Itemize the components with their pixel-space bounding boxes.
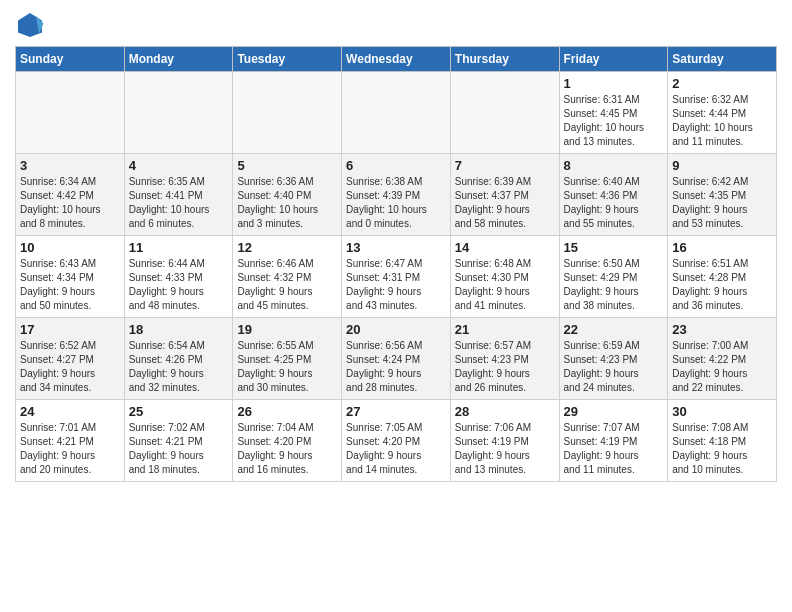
calendar-cell: 27Sunrise: 7:05 AM Sunset: 4:20 PM Dayli… bbox=[342, 400, 451, 482]
day-info: Sunrise: 7:05 AM Sunset: 4:20 PM Dayligh… bbox=[346, 421, 446, 477]
day-number: 4 bbox=[129, 158, 229, 173]
weekday-header-monday: Monday bbox=[124, 47, 233, 72]
weekday-header-tuesday: Tuesday bbox=[233, 47, 342, 72]
day-info: Sunrise: 7:04 AM Sunset: 4:20 PM Dayligh… bbox=[237, 421, 337, 477]
calendar-cell: 4Sunrise: 6:35 AM Sunset: 4:41 PM Daylig… bbox=[124, 154, 233, 236]
day-number: 19 bbox=[237, 322, 337, 337]
day-number: 3 bbox=[20, 158, 120, 173]
calendar-cell: 3Sunrise: 6:34 AM Sunset: 4:42 PM Daylig… bbox=[16, 154, 125, 236]
day-info: Sunrise: 7:08 AM Sunset: 4:18 PM Dayligh… bbox=[672, 421, 772, 477]
calendar-cell: 8Sunrise: 6:40 AM Sunset: 4:36 PM Daylig… bbox=[559, 154, 668, 236]
day-number: 17 bbox=[20, 322, 120, 337]
calendar-cell: 28Sunrise: 7:06 AM Sunset: 4:19 PM Dayli… bbox=[450, 400, 559, 482]
day-info: Sunrise: 7:06 AM Sunset: 4:19 PM Dayligh… bbox=[455, 421, 555, 477]
calendar-cell: 18Sunrise: 6:54 AM Sunset: 4:26 PM Dayli… bbox=[124, 318, 233, 400]
day-info: Sunrise: 6:39 AM Sunset: 4:37 PM Dayligh… bbox=[455, 175, 555, 231]
day-info: Sunrise: 6:32 AM Sunset: 4:44 PM Dayligh… bbox=[672, 93, 772, 149]
calendar-week-row: 3Sunrise: 6:34 AM Sunset: 4:42 PM Daylig… bbox=[16, 154, 777, 236]
weekday-header-saturday: Saturday bbox=[668, 47, 777, 72]
calendar-cell bbox=[124, 72, 233, 154]
calendar-cell bbox=[16, 72, 125, 154]
day-number: 16 bbox=[672, 240, 772, 255]
day-number: 15 bbox=[564, 240, 664, 255]
day-info: Sunrise: 6:56 AM Sunset: 4:24 PM Dayligh… bbox=[346, 339, 446, 395]
day-info: Sunrise: 6:50 AM Sunset: 4:29 PM Dayligh… bbox=[564, 257, 664, 313]
calendar-cell: 20Sunrise: 6:56 AM Sunset: 4:24 PM Dayli… bbox=[342, 318, 451, 400]
calendar-week-row: 10Sunrise: 6:43 AM Sunset: 4:34 PM Dayli… bbox=[16, 236, 777, 318]
calendar-table: SundayMondayTuesdayWednesdayThursdayFrid… bbox=[15, 46, 777, 482]
day-info: Sunrise: 7:02 AM Sunset: 4:21 PM Dayligh… bbox=[129, 421, 229, 477]
calendar-cell: 25Sunrise: 7:02 AM Sunset: 4:21 PM Dayli… bbox=[124, 400, 233, 482]
day-info: Sunrise: 6:35 AM Sunset: 4:41 PM Dayligh… bbox=[129, 175, 229, 231]
day-number: 21 bbox=[455, 322, 555, 337]
day-number: 14 bbox=[455, 240, 555, 255]
calendar-cell: 26Sunrise: 7:04 AM Sunset: 4:20 PM Dayli… bbox=[233, 400, 342, 482]
logo-icon bbox=[15, 10, 45, 40]
day-number: 11 bbox=[129, 240, 229, 255]
day-number: 12 bbox=[237, 240, 337, 255]
calendar-cell: 13Sunrise: 6:47 AM Sunset: 4:31 PM Dayli… bbox=[342, 236, 451, 318]
calendar-cell: 14Sunrise: 6:48 AM Sunset: 4:30 PM Dayli… bbox=[450, 236, 559, 318]
calendar-cell: 2Sunrise: 6:32 AM Sunset: 4:44 PM Daylig… bbox=[668, 72, 777, 154]
day-number: 13 bbox=[346, 240, 446, 255]
calendar-week-row: 17Sunrise: 6:52 AM Sunset: 4:27 PM Dayli… bbox=[16, 318, 777, 400]
calendar-cell: 30Sunrise: 7:08 AM Sunset: 4:18 PM Dayli… bbox=[668, 400, 777, 482]
day-number: 18 bbox=[129, 322, 229, 337]
calendar-cell: 5Sunrise: 6:36 AM Sunset: 4:40 PM Daylig… bbox=[233, 154, 342, 236]
day-info: Sunrise: 7:01 AM Sunset: 4:21 PM Dayligh… bbox=[20, 421, 120, 477]
weekday-header-thursday: Thursday bbox=[450, 47, 559, 72]
day-info: Sunrise: 6:57 AM Sunset: 4:23 PM Dayligh… bbox=[455, 339, 555, 395]
calendar-cell: 10Sunrise: 6:43 AM Sunset: 4:34 PM Dayli… bbox=[16, 236, 125, 318]
day-info: Sunrise: 6:46 AM Sunset: 4:32 PM Dayligh… bbox=[237, 257, 337, 313]
page-header bbox=[15, 10, 777, 40]
day-info: Sunrise: 6:42 AM Sunset: 4:35 PM Dayligh… bbox=[672, 175, 772, 231]
calendar-cell: 21Sunrise: 6:57 AM Sunset: 4:23 PM Dayli… bbox=[450, 318, 559, 400]
day-number: 28 bbox=[455, 404, 555, 419]
day-number: 10 bbox=[20, 240, 120, 255]
day-number: 7 bbox=[455, 158, 555, 173]
calendar-cell: 24Sunrise: 7:01 AM Sunset: 4:21 PM Dayli… bbox=[16, 400, 125, 482]
calendar-cell: 17Sunrise: 6:52 AM Sunset: 4:27 PM Dayli… bbox=[16, 318, 125, 400]
calendar-cell bbox=[233, 72, 342, 154]
logo bbox=[15, 10, 49, 40]
day-info: Sunrise: 6:31 AM Sunset: 4:45 PM Dayligh… bbox=[564, 93, 664, 149]
day-info: Sunrise: 6:40 AM Sunset: 4:36 PM Dayligh… bbox=[564, 175, 664, 231]
day-number: 6 bbox=[346, 158, 446, 173]
day-number: 29 bbox=[564, 404, 664, 419]
calendar-cell: 7Sunrise: 6:39 AM Sunset: 4:37 PM Daylig… bbox=[450, 154, 559, 236]
day-info: Sunrise: 6:43 AM Sunset: 4:34 PM Dayligh… bbox=[20, 257, 120, 313]
calendar-week-row: 24Sunrise: 7:01 AM Sunset: 4:21 PM Dayli… bbox=[16, 400, 777, 482]
day-number: 9 bbox=[672, 158, 772, 173]
calendar-cell: 23Sunrise: 7:00 AM Sunset: 4:22 PM Dayli… bbox=[668, 318, 777, 400]
day-info: Sunrise: 6:36 AM Sunset: 4:40 PM Dayligh… bbox=[237, 175, 337, 231]
day-info: Sunrise: 6:38 AM Sunset: 4:39 PM Dayligh… bbox=[346, 175, 446, 231]
calendar-cell: 16Sunrise: 6:51 AM Sunset: 4:28 PM Dayli… bbox=[668, 236, 777, 318]
day-info: Sunrise: 6:55 AM Sunset: 4:25 PM Dayligh… bbox=[237, 339, 337, 395]
calendar-cell: 22Sunrise: 6:59 AM Sunset: 4:23 PM Dayli… bbox=[559, 318, 668, 400]
weekday-header-sunday: Sunday bbox=[16, 47, 125, 72]
calendar-cell: 29Sunrise: 7:07 AM Sunset: 4:19 PM Dayli… bbox=[559, 400, 668, 482]
day-number: 22 bbox=[564, 322, 664, 337]
day-number: 25 bbox=[129, 404, 229, 419]
day-number: 27 bbox=[346, 404, 446, 419]
weekday-header-wednesday: Wednesday bbox=[342, 47, 451, 72]
calendar-week-row: 1Sunrise: 6:31 AM Sunset: 4:45 PM Daylig… bbox=[16, 72, 777, 154]
day-number: 30 bbox=[672, 404, 772, 419]
calendar-cell: 19Sunrise: 6:55 AM Sunset: 4:25 PM Dayli… bbox=[233, 318, 342, 400]
day-info: Sunrise: 6:54 AM Sunset: 4:26 PM Dayligh… bbox=[129, 339, 229, 395]
calendar-cell: 11Sunrise: 6:44 AM Sunset: 4:33 PM Dayli… bbox=[124, 236, 233, 318]
day-info: Sunrise: 6:51 AM Sunset: 4:28 PM Dayligh… bbox=[672, 257, 772, 313]
day-number: 26 bbox=[237, 404, 337, 419]
day-number: 2 bbox=[672, 76, 772, 91]
day-info: Sunrise: 7:07 AM Sunset: 4:19 PM Dayligh… bbox=[564, 421, 664, 477]
day-number: 5 bbox=[237, 158, 337, 173]
day-info: Sunrise: 6:44 AM Sunset: 4:33 PM Dayligh… bbox=[129, 257, 229, 313]
day-number: 24 bbox=[20, 404, 120, 419]
calendar-cell: 1Sunrise: 6:31 AM Sunset: 4:45 PM Daylig… bbox=[559, 72, 668, 154]
weekday-header-friday: Friday bbox=[559, 47, 668, 72]
calendar-cell: 9Sunrise: 6:42 AM Sunset: 4:35 PM Daylig… bbox=[668, 154, 777, 236]
day-info: Sunrise: 6:34 AM Sunset: 4:42 PM Dayligh… bbox=[20, 175, 120, 231]
day-info: Sunrise: 6:48 AM Sunset: 4:30 PM Dayligh… bbox=[455, 257, 555, 313]
calendar-cell bbox=[342, 72, 451, 154]
calendar-cell bbox=[450, 72, 559, 154]
